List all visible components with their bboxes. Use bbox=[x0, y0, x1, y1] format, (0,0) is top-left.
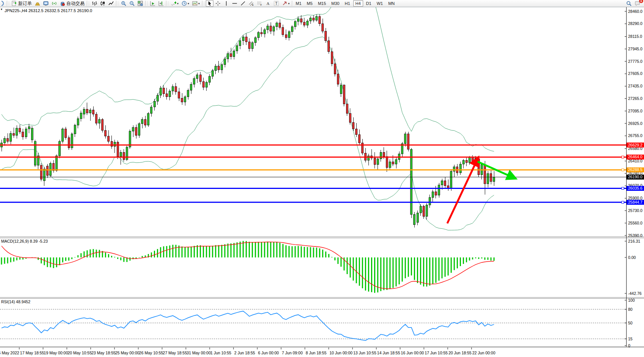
macd-bar bbox=[331, 257, 332, 257]
candle bbox=[359, 135, 360, 143]
macd-bar bbox=[328, 254, 329, 257]
candle bbox=[43, 169, 45, 181]
terminal-button[interactable] bbox=[42, 0, 50, 7]
chart-background bbox=[0, 7, 644, 357]
candle bbox=[187, 90, 189, 97]
candle bbox=[181, 98, 183, 102]
level-price-label: 25844.7 bbox=[628, 200, 642, 204]
auto-scroll-button[interactable] bbox=[149, 0, 157, 7]
candlestick-button[interactable] bbox=[99, 0, 107, 7]
macd-bar bbox=[142, 256, 143, 257]
candle bbox=[377, 159, 379, 165]
candle bbox=[328, 41, 330, 51]
macd-bar bbox=[451, 257, 452, 273]
bar-chart-button[interactable] bbox=[91, 0, 98, 7]
candle bbox=[429, 198, 431, 205]
chevron-down-icon[interactable]: ▾ bbox=[288, 2, 290, 5]
macd-bar bbox=[291, 246, 293, 257]
fibonacci-button[interactable]: F bbox=[256, 0, 263, 7]
line-handle[interactable] bbox=[622, 201, 624, 203]
gold-button[interactable] bbox=[34, 0, 41, 7]
rsi-tick-label: 50 bbox=[628, 321, 633, 325]
timeframe-m30[interactable]: M30 bbox=[329, 0, 342, 6]
line-handle[interactable] bbox=[622, 156, 624, 158]
candle bbox=[242, 37, 244, 41]
cursor-button[interactable] bbox=[206, 0, 213, 7]
timeframe-mn[interactable]: MN bbox=[386, 0, 397, 6]
signal-button[interactable] bbox=[50, 0, 58, 7]
crosshair-button[interactable] bbox=[214, 0, 222, 7]
timeframe-h4[interactable]: H4 bbox=[353, 0, 363, 6]
macd-bar bbox=[1, 257, 2, 265]
candle bbox=[59, 141, 61, 156]
timeframe-w1[interactable]: W1 bbox=[374, 0, 385, 6]
candle bbox=[108, 136, 110, 141]
clipped-icon[interactable] bbox=[0, 0, 6, 7]
chart-shift-button[interactable] bbox=[157, 0, 165, 7]
candle bbox=[172, 87, 174, 91]
arrows-icon bbox=[282, 1, 287, 6]
timeframe-m1[interactable]: M1 bbox=[293, 0, 304, 6]
macd-bar bbox=[295, 246, 296, 257]
toolbar-separator bbox=[202, 1, 202, 6]
toolbar-separator bbox=[292, 1, 292, 6]
macd-bar bbox=[38, 257, 39, 260]
candle bbox=[353, 122, 354, 129]
candle bbox=[28, 127, 30, 129]
candle bbox=[92, 110, 94, 114]
line-chart-button[interactable] bbox=[107, 0, 115, 7]
timeframe-d1[interactable]: D1 bbox=[364, 0, 374, 6]
timeframe-m5[interactable]: M5 bbox=[304, 0, 315, 6]
macd-bar bbox=[10, 257, 11, 262]
chevron-down-icon[interactable]: ▾ bbox=[198, 2, 200, 5]
macd-bar bbox=[96, 249, 97, 257]
candle bbox=[404, 134, 406, 143]
macd-bar bbox=[200, 245, 201, 257]
timeframe-h1[interactable]: H1 bbox=[342, 0, 352, 6]
candle bbox=[374, 158, 376, 165]
chevron-down-icon[interactable]: ▾ bbox=[177, 2, 179, 5]
candle bbox=[319, 16, 321, 23]
candle bbox=[215, 66, 216, 71]
candle bbox=[248, 42, 250, 48]
line-handle[interactable] bbox=[622, 169, 624, 171]
vertical-line-button[interactable] bbox=[223, 0, 230, 7]
new-order-icon bbox=[12, 1, 17, 6]
macd-bar bbox=[325, 251, 326, 257]
chat-button[interactable]: 1 bbox=[633, 0, 641, 7]
templates-button[interactable]: ▾ bbox=[191, 0, 201, 7]
macd-bar bbox=[252, 242, 253, 257]
macd-tick-label: 216.31 bbox=[628, 239, 640, 243]
new-order-button[interactable]: 新订单 bbox=[11, 0, 33, 7]
macd-bar bbox=[288, 246, 290, 257]
time-tick-label: 31 May 00:00 bbox=[186, 351, 211, 355]
trendline-button[interactable] bbox=[239, 0, 247, 7]
price-tick-label: 27265.0 bbox=[628, 96, 642, 101]
indicators-button[interactable]: ▾ bbox=[170, 0, 180, 7]
toolbar-grip bbox=[168, 1, 169, 6]
candle bbox=[459, 164, 461, 173]
candle bbox=[484, 165, 486, 184]
chart-canvas[interactable]: 28460.028290.028115.027945.027775.027605… bbox=[0, 0, 644, 357]
line-handle[interactable] bbox=[622, 187, 624, 190]
macd-bar bbox=[65, 257, 66, 261]
zoom-in-button[interactable] bbox=[120, 0, 127, 7]
horizontal-line-button[interactable] bbox=[231, 0, 238, 7]
search-button[interactable] bbox=[625, 0, 633, 7]
chart-info-arrow-icon[interactable]: ▾ bbox=[1, 8, 2, 11]
chevron-down-icon[interactable]: ▾ bbox=[188, 2, 189, 5]
macd-bar bbox=[337, 257, 338, 264]
label-button[interactable]: T bbox=[273, 0, 280, 7]
periods-button[interactable]: ▾ bbox=[180, 0, 190, 7]
time-tick-label: 25 May 00:00 bbox=[115, 351, 139, 355]
tile-windows-button[interactable] bbox=[136, 0, 144, 7]
macd-bar bbox=[359, 257, 360, 286]
candle bbox=[490, 173, 492, 181]
text-button[interactable]: A bbox=[264, 0, 272, 7]
zoom-out-button[interactable] bbox=[128, 0, 136, 7]
timeframe-m15[interactable]: M15 bbox=[316, 0, 328, 6]
arrows-button[interactable]: ▾ bbox=[281, 0, 291, 7]
channel-button[interactable]: E bbox=[248, 0, 255, 7]
macd-bar bbox=[368, 257, 369, 292]
autotrade-button[interactable]: 自动交易 bbox=[59, 0, 86, 7]
